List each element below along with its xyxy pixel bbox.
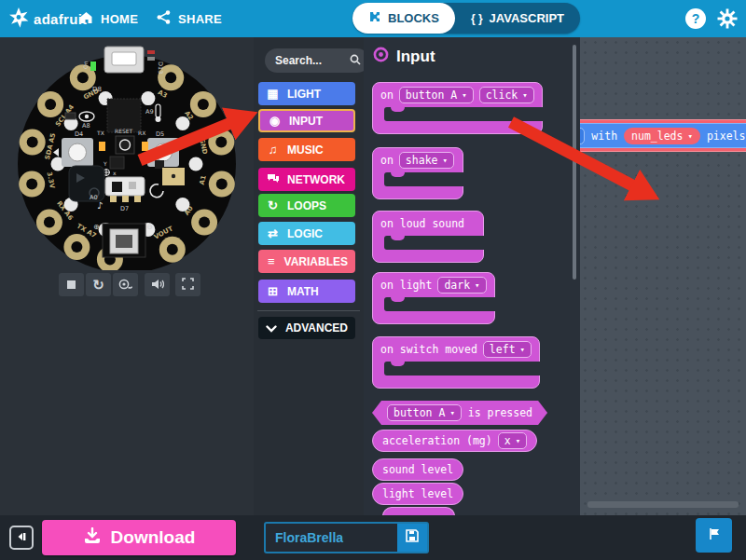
category-label: LOOPS <box>287 199 326 212</box>
category-advanced[interactable]: ADVANCED <box>258 317 355 339</box>
blocks-tab-label: BLOCKS <box>388 11 439 25</box>
statement-slot <box>384 107 543 121</box>
save-button[interactable] <box>397 524 427 552</box>
music-note-glyph: ♪ <box>97 200 103 211</box>
block-text: sound level <box>382 463 453 476</box>
category-input-selected[interactable]: ◉ INPUT <box>258 109 355 132</box>
block-text: is pressed <box>468 406 532 419</box>
tab-javascript[interactable]: { } JAVASCRIPT <box>455 3 580 34</box>
category-network[interactable]: NETWORK <box>258 168 355 191</box>
workspace[interactable]: 1 with num_leds pixels <box>580 37 746 515</box>
javascript-tab-label: JAVASCRIPT <box>490 11 564 25</box>
pin-dropdown[interactable]: 1 <box>580 128 585 144</box>
category-label: VARIABLES <box>284 255 348 268</box>
gear-icon <box>716 17 739 33</box>
download-icon <box>83 527 102 549</box>
category-label: NETWORK <box>287 173 345 186</box>
mute-button[interactable] <box>145 273 170 296</box>
on-label: On <box>82 61 89 69</box>
category-light[interactable]: ▦ LIGHT <box>258 82 355 105</box>
help-button[interactable]: ? <box>685 8 706 29</box>
download-button[interactable]: Download <box>42 520 236 555</box>
block-on-loud-sound[interactable]: on loud sound <box>372 211 484 263</box>
circuit-playground-board[interactable]: GND SCL A4 SDA A5 3.3V RX A6 TX A7 GND A… <box>0 37 254 270</box>
category-label: MATH <box>287 285 319 298</box>
curly-braces-icon: { } <box>471 12 483 25</box>
category-logic[interactable]: ⇄ LOGIC <box>258 222 355 245</box>
block-on-switch-moved[interactable]: on switch moved left <box>372 336 540 389</box>
workspace-horizontal-scrollbar[interactable] <box>587 501 739 508</box>
axis-dropdown[interactable]: x <box>498 432 527 449</box>
button-a[interactable] <box>62 138 93 167</box>
block-sound-level[interactable]: sound level <box>372 458 463 481</box>
svg-text:D7: D7 <box>120 205 129 212</box>
category-variables[interactable]: ≡ VARIABLES <box>258 250 355 273</box>
adafruit-logo[interactable]: adafruit <box>7 0 87 37</box>
makecode-logo-button[interactable] <box>696 518 732 553</box>
d8-label: D8 <box>92 86 102 93</box>
home-label: HOME <box>101 12 138 26</box>
light-condition-dropdown[interactable]: dark <box>437 277 486 294</box>
rx-label: RX <box>138 130 145 136</box>
share-label: SHARE <box>178 12 222 26</box>
advanced-label: ADVANCED <box>285 321 348 335</box>
fullscreen-button[interactable] <box>175 273 200 296</box>
headphones-icon: ♫ <box>266 143 280 156</box>
block-acceleration[interactable]: acceleration (mg) x <box>372 430 537 452</box>
usb-connector <box>104 47 144 73</box>
category-label: MUSIC <box>287 143 324 157</box>
gesture-dropdown[interactable]: shake <box>399 152 454 169</box>
reset-button[interactable] <box>116 136 134 154</box>
home-icon <box>79 11 93 27</box>
block-text: on light <box>380 279 432 292</box>
top-bar: adafruit HOME SHARE <box>0 0 746 37</box>
category-loops[interactable]: ↻ LOOPS <box>258 194 355 217</box>
search-box[interactable] <box>265 48 369 73</box>
search-input[interactable] <box>273 53 346 68</box>
project-name-input[interactable] <box>266 524 397 552</box>
category-music[interactable]: ♫ MUSIC <box>258 138 355 161</box>
collapse-simulator-button[interactable] <box>9 526 34 550</box>
home-button[interactable]: HOME <box>79 0 138 37</box>
puzzle-icon <box>368 10 381 26</box>
restart-icon: ↻ <box>92 277 104 294</box>
download-label: Download <box>111 527 196 548</box>
calculator-icon: ⊞ <box>266 285 280 297</box>
restart-button[interactable]: ↻ <box>86 273 111 296</box>
d4-label: D4 <box>75 130 83 138</box>
direction-dropdown[interactable]: left <box>483 341 532 358</box>
settings-button[interactable] <box>716 7 739 34</box>
floppy-disk-icon <box>406 529 419 546</box>
block-on-gesture[interactable]: on shake <box>372 147 463 199</box>
refresh-icon: ↻ <box>266 199 280 212</box>
statement-slot <box>384 297 495 311</box>
block-on-light[interactable]: on light dark <box>372 272 495 324</box>
toolbox-divider <box>257 310 360 311</box>
variable-num-leds[interactable]: num_leds <box>624 128 700 144</box>
block-light-level[interactable]: light level <box>372 483 463 505</box>
snail-icon <box>118 277 132 294</box>
target-icon: ◉ <box>268 115 282 127</box>
block-on-button-click[interactable]: on button A click <box>372 82 543 134</box>
editor-mode-tabs: BLOCKS { } JAVASCRIPT <box>352 3 580 34</box>
category-label: INPUT <box>289 115 323 128</box>
slow-motion-button[interactable] <box>113 273 138 296</box>
stop-button[interactable] <box>59 273 84 296</box>
share-button[interactable]: SHARE <box>157 0 222 37</box>
block-text: on switch moved <box>380 343 477 356</box>
input-flyout: Input on button A click on shake on loud… <box>364 37 580 515</box>
block-text: with <box>591 130 617 143</box>
tab-blocks[interactable]: BLOCKS <box>352 3 455 34</box>
button-dropdown[interactable]: button A <box>387 404 462 421</box>
flyout-scrollbar[interactable] <box>573 45 576 280</box>
chevron-down-icon <box>266 322 278 335</box>
block-create-strip[interactable]: 1 with num_leds pixels <box>580 123 746 148</box>
block-partial[interactable] <box>382 507 455 515</box>
stop-icon <box>67 280 76 289</box>
button-dropdown[interactable]: button A <box>399 87 474 103</box>
collapse-left-icon <box>16 529 27 546</box>
category-math[interactable]: ⊞ MATH <box>258 280 355 303</box>
category-label: LOGIC <box>287 227 323 240</box>
block-is-pressed[interactable]: button A is pressed <box>372 401 547 425</box>
event-dropdown[interactable]: click <box>479 87 534 103</box>
